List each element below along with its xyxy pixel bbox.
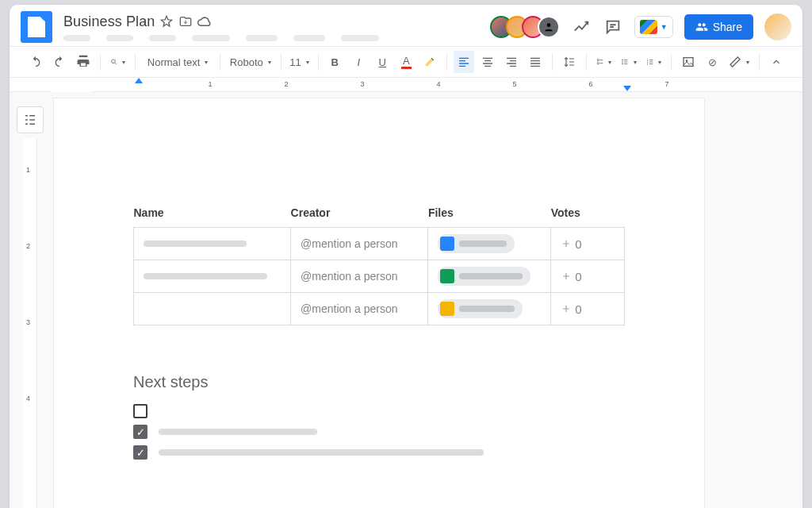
activity-icon[interactable] — [571, 17, 592, 37]
checklist-button[interactable] — [593, 51, 615, 73]
document-title[interactable]: Business Plan — [63, 13, 155, 30]
svg-point-0 — [546, 23, 550, 27]
text-color-button[interactable]: A — [396, 51, 416, 73]
zoom-dropdown[interactable] — [107, 51, 129, 73]
align-left-button[interactable] — [454, 51, 474, 73]
file-chip[interactable] — [438, 299, 523, 318]
align-center-button[interactable] — [477, 51, 498, 73]
table-row[interactable]: @mention a person 0 — [134, 228, 625, 260]
title-bar-right: ▼ Share — [496, 13, 791, 40]
vote-count[interactable]: 0 — [561, 237, 615, 251]
line-spacing-button[interactable] — [559, 51, 580, 73]
vote-count[interactable]: 0 — [561, 270, 615, 283]
underline-button[interactable]: U — [372, 51, 393, 73]
menu-bar[interactable] — [63, 35, 379, 41]
file-chip[interactable] — [438, 267, 530, 286]
ruler-tick: 7 — [665, 80, 668, 88]
chevron-down-icon: ▼ — [661, 23, 668, 31]
column-header-name: Name — [134, 202, 291, 228]
meet-icon — [640, 20, 657, 34]
vertical-ruler[interactable]: 1 2 3 4 — [23, 138, 37, 508]
bullet-list-button[interactable] — [618, 51, 640, 73]
cloud-status-icon[interactable] — [197, 14, 212, 29]
editor-workarea: 1 2 3 4 Name Creator Files Votes — [10, 92, 802, 508]
paragraph-style-dropdown[interactable]: Normal text — [142, 51, 213, 73]
comment-history-icon[interactable] — [603, 17, 623, 37]
ruler-tick: 4 — [436, 80, 440, 88]
highlight-button[interactable] — [419, 51, 440, 73]
app-window: Business Plan ▼ — [10, 5, 802, 508]
checklist-item[interactable] — [133, 445, 625, 460]
checkbox-checked-icon[interactable] — [133, 445, 147, 460]
title-row: Business Plan — [63, 13, 379, 30]
document-outline-button[interactable] — [17, 106, 44, 133]
redo-button[interactable] — [49, 51, 70, 73]
checkbox-unchecked-icon[interactable] — [133, 404, 147, 418]
title-bar: Business Plan ▼ — [10, 5, 802, 46]
font-dropdown[interactable]: Roboto — [227, 51, 274, 73]
toolbar-separator — [135, 53, 136, 71]
account-avatar[interactable] — [764, 13, 791, 40]
font-value: Roboto — [230, 56, 263, 68]
placeholder-text — [144, 273, 267, 279]
clear-formatting-button[interactable]: ⊘ — [702, 51, 722, 73]
table-row[interactable]: @mention a person 0 — [134, 293, 625, 325]
placeholder-text — [459, 306, 515, 312]
print-button[interactable] — [73, 51, 94, 73]
content-table[interactable]: Name Creator Files Votes @mention a pers… — [133, 202, 625, 325]
mention-placeholder[interactable]: @mention a person — [301, 302, 397, 315]
align-justify-button[interactable] — [525, 51, 546, 73]
placeholder-text — [459, 273, 523, 279]
move-folder-icon[interactable] — [178, 14, 193, 29]
file-chip[interactable] — [438, 234, 515, 253]
toolbar-separator — [100, 53, 101, 71]
ruler-tick: 3 — [360, 80, 364, 88]
checkbox-checked-icon[interactable] — [133, 425, 147, 439]
docs-logo[interactable] — [21, 11, 52, 43]
font-size-value: 11 — [289, 56, 301, 68]
svg-point-1 — [111, 60, 115, 64]
paragraph-style-value: Normal text — [147, 56, 200, 68]
editing-mode-button[interactable] — [726, 51, 753, 73]
placeholder-text — [144, 241, 247, 247]
presence-avatars[interactable] — [496, 16, 560, 38]
title-block: Business Plan — [63, 13, 379, 41]
bold-button[interactable]: B — [324, 51, 345, 73]
checklist-item[interactable] — [133, 404, 625, 418]
table-row[interactable]: @mention a person 0 — [134, 260, 625, 293]
mention-placeholder[interactable]: @mention a person — [301, 237, 397, 250]
align-right-button[interactable] — [501, 51, 522, 73]
svg-point-5 — [622, 61, 623, 63]
ruler-tick: 5 — [512, 80, 516, 88]
share-button[interactable]: Share — [684, 14, 753, 40]
horizontal-ruler[interactable]: 1 2 3 4 5 6 7 — [92, 78, 802, 92]
vote-count[interactable]: 0 — [561, 302, 615, 316]
ruler-tick: 6 — [588, 80, 592, 88]
undo-button[interactable] — [25, 51, 46, 73]
collapse-toolbar-button[interactable] — [766, 51, 787, 73]
ruler-tick: 3 — [26, 318, 30, 326]
svg-rect-2 — [597, 60, 599, 61]
toolbar-separator — [586, 53, 587, 71]
sheets-file-icon — [440, 269, 454, 283]
collaborator-avatar-anonymous[interactable] — [538, 16, 560, 38]
italic-button[interactable]: I — [348, 51, 369, 73]
mention-placeholder[interactable]: @mention a person — [301, 270, 397, 283]
checklist-item[interactable] — [133, 425, 625, 439]
font-size-dropdown[interactable]: 11 — [288, 51, 312, 73]
insert-image-button[interactable] — [678, 51, 699, 73]
ruler-tick: 2 — [26, 242, 30, 250]
docs-file-icon — [440, 237, 454, 251]
svg-text:3: 3 — [646, 63, 648, 66]
meet-button[interactable]: ▼ — [634, 16, 673, 38]
placeholder-text — [459, 241, 507, 247]
ruler-tick: 2 — [284, 80, 288, 88]
toolbar-separator — [446, 53, 447, 71]
toolbar-separator — [552, 53, 553, 71]
section-heading-next-steps[interactable]: Next steps — [133, 373, 625, 391]
numbered-list-button[interactable]: 123 — [643, 51, 665, 73]
ruler-tick: 4 — [26, 394, 30, 402]
document-page[interactable]: Name Creator Files Votes @mention a pers… — [54, 98, 704, 508]
slides-file-icon — [440, 302, 454, 316]
star-icon[interactable] — [159, 14, 174, 29]
